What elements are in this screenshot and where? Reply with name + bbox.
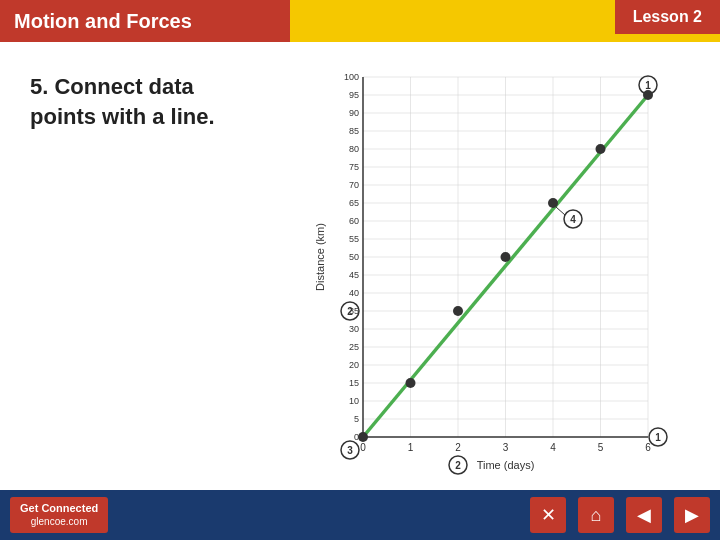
svg-text:5: 5: [597, 442, 603, 453]
svg-text:3: 3: [347, 445, 353, 456]
lesson-badge: Lesson 2: [615, 0, 720, 34]
svg-text:75: 75: [348, 162, 358, 172]
close-button[interactable]: ✕: [530, 497, 566, 533]
chart-svg: 0 5 10 15 20 25 30 35 40 45 50 55 60 65 …: [308, 57, 668, 487]
svg-text:90: 90: [348, 108, 358, 118]
svg-point-58: [405, 378, 415, 388]
svg-point-59: [453, 306, 463, 316]
svg-text:6: 6: [645, 442, 651, 453]
svg-text:2: 2: [455, 460, 461, 471]
main-content: 5. Connect data points with a line.: [0, 42, 720, 490]
connected-label: Get Connected: [20, 502, 98, 515]
svg-text:50: 50: [348, 252, 358, 262]
svg-text:45: 45: [348, 270, 358, 280]
svg-text:10: 10: [348, 396, 358, 406]
connected-sub: glencoe.com: [31, 516, 88, 528]
svg-text:25: 25: [348, 342, 358, 352]
x-axis-label: Time (days): [476, 459, 534, 471]
svg-text:1: 1: [407, 442, 413, 453]
svg-point-63: [643, 90, 653, 100]
svg-text:30: 30: [348, 324, 358, 334]
svg-point-60: [500, 252, 510, 262]
svg-text:85: 85: [348, 126, 358, 136]
svg-point-61: [548, 198, 558, 208]
chart-container: 0 5 10 15 20 25 30 35 40 45 50 55 60 65 …: [308, 57, 668, 487]
y-axis-label: Distance (km): [314, 223, 326, 291]
svg-text:55: 55: [348, 234, 358, 244]
home-button[interactable]: ⌂: [578, 497, 614, 533]
svg-text:3: 3: [502, 442, 508, 453]
get-connected-button[interactable]: Get Connected glencoe.com: [10, 497, 108, 532]
svg-text:5: 5: [353, 414, 358, 424]
svg-text:80: 80: [348, 144, 358, 154]
svg-text:20: 20: [348, 360, 358, 370]
svg-line-76: [556, 207, 565, 215]
chart-section: 0 5 10 15 20 25 30 35 40 45 50 55 60 65 …: [270, 42, 720, 497]
svg-text:40: 40: [348, 288, 358, 298]
next-button[interactable]: ▶: [674, 497, 710, 533]
svg-text:70: 70: [348, 180, 358, 190]
svg-point-57: [358, 432, 368, 442]
svg-text:60: 60: [348, 216, 358, 226]
header-title: Motion and Forces: [14, 10, 192, 33]
svg-point-62: [595, 144, 605, 154]
svg-text:95: 95: [348, 90, 358, 100]
svg-text:1: 1: [655, 432, 661, 443]
svg-text:2: 2: [347, 306, 353, 317]
footer: Get Connected glencoe.com ✕ ⌂ ◀ ▶: [0, 490, 720, 540]
svg-text:100: 100: [343, 72, 358, 82]
svg-text:1: 1: [645, 80, 651, 91]
instruction-text: 5. Connect data points with a line.: [0, 42, 270, 151]
svg-text:0: 0: [360, 442, 366, 453]
svg-text:4: 4: [570, 214, 576, 225]
svg-text:2: 2: [455, 442, 461, 453]
svg-text:15: 15: [348, 378, 358, 388]
svg-text:4: 4: [550, 442, 556, 453]
prev-button[interactable]: ◀: [626, 497, 662, 533]
header: Motion and Forces: [0, 0, 290, 42]
svg-text:65: 65: [348, 198, 358, 208]
